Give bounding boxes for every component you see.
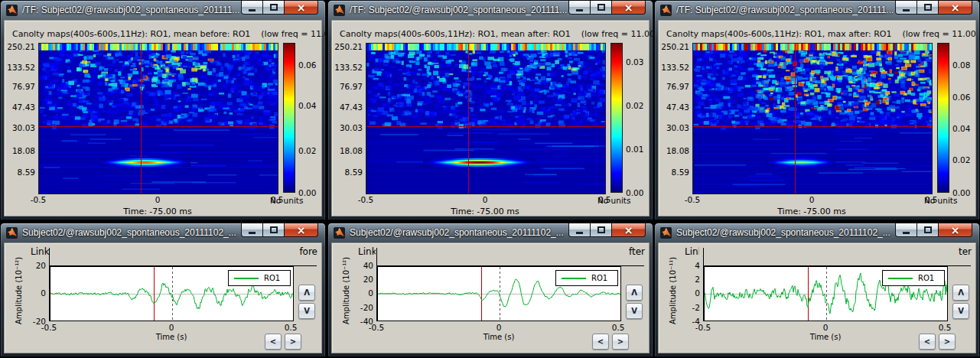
minimize-button[interactable] bbox=[568, 1, 591, 15]
minimize-icon bbox=[903, 9, 910, 11]
x-axis-label: Time (s) bbox=[49, 333, 294, 341]
minimize-button[interactable] bbox=[241, 1, 263, 15]
page-next-button[interactable]: > bbox=[939, 334, 956, 350]
minimize-button[interactable] bbox=[241, 223, 263, 237]
figure-client-area: Link fore Amplitude (10⁻¹²) 20 0 -20 RO1… bbox=[4, 242, 322, 353]
page-previous-button[interactable]: < bbox=[592, 334, 609, 350]
freq-tick: 47.43 bbox=[659, 103, 689, 112]
colorbar-units-label: No units bbox=[270, 196, 303, 205]
freq-tick: 250.21 bbox=[5, 42, 35, 51]
close-icon: × bbox=[624, 225, 633, 236]
freq-tick: 133.52 bbox=[659, 63, 689, 72]
x-tick: 0 bbox=[810, 323, 841, 332]
legend[interactable]: RO1 bbox=[228, 270, 291, 286]
minimize-icon bbox=[903, 232, 910, 234]
titlebar[interactable]: /TF: Subject02/@rawsubj002_spontaneous_2… bbox=[1, 1, 325, 19]
maximize-icon bbox=[597, 4, 605, 11]
matlab-icon bbox=[6, 227, 18, 239]
colorbar-tick: 0.03 bbox=[626, 57, 643, 67]
ts-window-3: Subject02/@rawsubj002_spontaneous_201111… bbox=[654, 223, 980, 357]
freq-tick: 76.97 bbox=[332, 82, 363, 91]
y-tick: 20 bbox=[346, 275, 373, 284]
legend-line-sample bbox=[234, 278, 259, 279]
maximize-button[interactable] bbox=[591, 1, 611, 15]
freq-tick: 76.97 bbox=[5, 82, 35, 91]
close-button[interactable]: × bbox=[284, 223, 318, 237]
minimize-icon bbox=[576, 9, 583, 11]
x-tick: -0.5 bbox=[34, 323, 64, 332]
freq-tick: 47.43 bbox=[5, 103, 35, 112]
colorbar-tick: 0.02 bbox=[952, 155, 970, 164]
titlebar[interactable]: Subject02/@rawsubj002_spontaneous_201111… bbox=[655, 223, 979, 242]
spectrogram-canvas[interactable] bbox=[366, 43, 606, 194]
close-button[interactable]: × bbox=[938, 1, 972, 15]
titlebar[interactable]: /TF: Subject02/@rawsubj002_spontaneous_2… bbox=[328, 1, 653, 19]
cursor-time-label: Time: -75.00 ms bbox=[366, 207, 604, 216]
freq-tick: 47.43 bbox=[332, 103, 363, 112]
titlebar[interactable]: Subject02/@rawsubj002_spontaneous_201111… bbox=[328, 223, 653, 242]
close-button[interactable]: × bbox=[938, 223, 972, 237]
freq-tick: 8.59 bbox=[332, 168, 363, 177]
scale-up-button[interactable]: Λ bbox=[298, 285, 315, 301]
page-previous-button[interactable]: < bbox=[265, 334, 282, 350]
maximize-button[interactable] bbox=[263, 223, 284, 237]
y-tick: 40 bbox=[346, 261, 373, 270]
colorbar[interactable] bbox=[283, 43, 295, 193]
time-tick: 0 bbox=[142, 195, 173, 204]
maximize-button[interactable] bbox=[917, 223, 938, 237]
minimize-icon bbox=[249, 232, 256, 234]
minimize-button[interactable] bbox=[895, 223, 917, 237]
header-divider-vertical bbox=[703, 248, 704, 265]
close-button[interactable]: × bbox=[611, 1, 646, 15]
window-controls: × bbox=[241, 1, 318, 15]
scale-up-button[interactable]: Λ bbox=[952, 285, 969, 301]
y-tick: 20 bbox=[18, 261, 46, 270]
maximize-icon bbox=[597, 226, 605, 233]
legend[interactable]: RO1 bbox=[882, 270, 945, 286]
colorbar-units-label: No units bbox=[597, 196, 630, 205]
minimize-button[interactable] bbox=[568, 223, 591, 237]
frequency-axis: 250.21 133.52 76.97 47.43 30.03 18.08 8.… bbox=[5, 21, 35, 204]
titlebar[interactable]: /TF: Subject02/@rawsubj002_spontaneous_2… bbox=[655, 1, 979, 19]
cursor-time-label: Time: -75.00 ms bbox=[38, 207, 277, 216]
close-icon: × bbox=[624, 2, 633, 13]
window-controls: × bbox=[568, 1, 646, 15]
figure-client-area: Link ter Amplitude (10⁻¹¹) 4 2 0 -2 -4 R… bbox=[658, 242, 976, 353]
maximize-button[interactable] bbox=[263, 1, 284, 15]
spectrogram-canvas[interactable] bbox=[692, 43, 933, 194]
spectrogram-canvas[interactable] bbox=[38, 43, 278, 194]
close-button[interactable]: × bbox=[284, 1, 318, 15]
colorbar-tick: 0.02 bbox=[298, 146, 316, 155]
colorbar-ticks: 0.06 0.04 0.02 0.00 bbox=[298, 21, 324, 204]
legend-label: RO1 bbox=[264, 274, 280, 282]
scale-down-button[interactable]: V bbox=[952, 303, 969, 319]
colorbar-tick: 0.02 bbox=[626, 101, 643, 110]
tf-window-1: /TF: Subject02/@rawsubj002_spontaneous_2… bbox=[0, 0, 326, 220]
freq-tick: 30.03 bbox=[659, 123, 689, 132]
legend[interactable]: RO1 bbox=[555, 270, 618, 286]
page-previous-button[interactable]: < bbox=[919, 334, 936, 350]
matlab-icon bbox=[660, 5, 672, 16]
scale-down-button[interactable]: V bbox=[626, 303, 643, 319]
x-axis-label: Time (s) bbox=[703, 333, 948, 341]
scale-up-button[interactable]: Λ bbox=[626, 285, 643, 301]
page-next-button[interactable]: > bbox=[285, 334, 301, 350]
colorbar[interactable] bbox=[937, 43, 949, 193]
tf-window-3: /TF: Subject02/@rawsubj002_spontaneous_2… bbox=[654, 0, 980, 220]
freq-tick: 133.52 bbox=[332, 63, 363, 72]
colorbar[interactable] bbox=[610, 43, 623, 193]
page-next-button[interactable]: > bbox=[612, 334, 629, 350]
freq-tick: 18.08 bbox=[332, 146, 363, 155]
scale-down-button[interactable]: V bbox=[298, 303, 315, 319]
y-tick: 2 bbox=[672, 275, 700, 284]
maximize-icon bbox=[924, 4, 932, 11]
x-tick: 0 bbox=[156, 323, 187, 332]
maximize-button[interactable] bbox=[917, 1, 938, 15]
maximize-button[interactable] bbox=[591, 223, 611, 237]
close-button[interactable]: × bbox=[611, 223, 646, 237]
legend-label: RO1 bbox=[591, 274, 607, 282]
titlebar[interactable]: Subject02/@rawsubj002_spontaneous_201111… bbox=[1, 223, 325, 242]
freq-tick: 8.59 bbox=[5, 168, 35, 177]
y-axis: 4 2 0 -2 -4 bbox=[672, 243, 700, 327]
minimize-button[interactable] bbox=[895, 1, 917, 15]
